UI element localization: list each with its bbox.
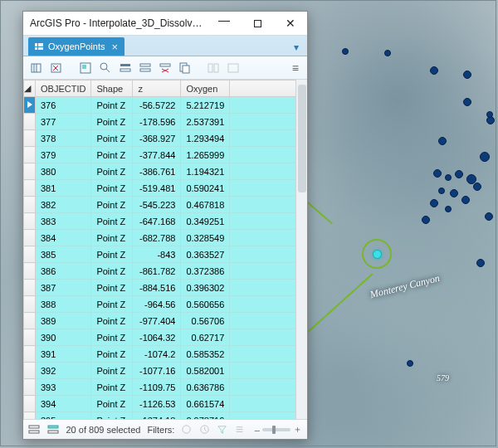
select-by-attributes-button[interactable] xyxy=(76,59,95,77)
cell-z[interactable]: -178.596 xyxy=(133,114,181,130)
col-oxygen[interactable]: Oxygen xyxy=(181,80,230,97)
field-delete-button[interactable] xyxy=(48,59,66,77)
field-add-button[interactable] xyxy=(28,59,46,77)
minimize-button[interactable]: — xyxy=(208,8,241,32)
corner-cell[interactable]: ◢ xyxy=(24,80,36,97)
filter-extent-icon[interactable] xyxy=(181,423,192,436)
cell-shape[interactable]: Point Z xyxy=(91,147,133,163)
row-header[interactable] xyxy=(24,396,36,412)
cell-shape[interactable]: Point Z xyxy=(91,280,133,296)
table-row[interactable]: 377Point Z-178.5962.537391 xyxy=(24,114,307,130)
map-point[interactable] xyxy=(463,71,471,79)
table-row[interactable]: 384Point Z-682.7880.328549 xyxy=(24,230,307,246)
cell-oxygen[interactable]: 0.590241 xyxy=(181,180,230,197)
map-point[interactable] xyxy=(422,216,430,224)
cell-oxygen[interactable]: 0.328549 xyxy=(181,230,230,246)
row-header[interactable] xyxy=(24,197,36,213)
table-row[interactable]: 389Point Z-977.4040.56706 xyxy=(24,313,307,329)
cell-shape[interactable]: Point Z xyxy=(91,213,133,230)
cell-objectid[interactable]: 377 xyxy=(36,114,91,130)
map-point[interactable] xyxy=(445,174,452,181)
clear-selection-button[interactable] xyxy=(136,59,154,77)
cell-z[interactable]: -647.168 xyxy=(133,213,181,230)
col-z[interactable]: z xyxy=(133,80,181,97)
map-point[interactable] xyxy=(342,48,349,55)
cell-z[interactable]: -977.404 xyxy=(133,313,181,329)
toolbar-menu-button[interactable]: ≡ xyxy=(289,61,302,75)
cell-z[interactable]: -1077.16 xyxy=(133,363,181,379)
table-row[interactable]: 386Point Z-861.7820.372386 xyxy=(24,263,307,280)
row-header[interactable] xyxy=(24,346,36,363)
table-row[interactable]: 387Point Z-884.5160.396302 xyxy=(24,280,307,296)
cell-z[interactable]: -519.481 xyxy=(133,180,181,197)
map-point[interactable] xyxy=(476,259,485,267)
map-point[interactable] xyxy=(438,187,445,194)
map-point[interactable] xyxy=(450,189,458,197)
cell-shape[interactable]: Point Z xyxy=(91,363,133,379)
cell-objectid[interactable]: 388 xyxy=(36,296,91,313)
cell-z[interactable]: -1126.53 xyxy=(133,396,181,412)
cell-objectid[interactable]: 385 xyxy=(36,246,91,263)
cell-objectid[interactable]: 389 xyxy=(36,313,91,329)
cell-objectid[interactable]: 392 xyxy=(36,363,91,379)
table-row[interactable]: 390Point Z-1064.320.62717 xyxy=(24,329,307,346)
cell-objectid[interactable]: 384 xyxy=(36,230,91,246)
cell-shape[interactable]: Point Z xyxy=(91,97,133,114)
show-all-records-button[interactable] xyxy=(28,422,41,437)
cell-z[interactable]: -386.761 xyxy=(133,163,181,180)
table-row[interactable]: 376Point Z-56.57225.212719 xyxy=(24,97,307,114)
table-row[interactable]: 383Point Z-647.1680.349251 xyxy=(24,213,307,230)
cell-shape[interactable]: Point Z xyxy=(91,263,133,280)
row-header[interactable] xyxy=(24,97,36,114)
cell-z[interactable]: -1374.18 xyxy=(133,412,181,420)
cell-oxygen[interactable]: 0.582001 xyxy=(181,363,230,379)
cell-oxygen[interactable]: 0.661574 xyxy=(181,396,230,412)
row-header[interactable] xyxy=(24,313,36,329)
cell-oxygen[interactable]: 1.265999 xyxy=(181,147,230,163)
cell-oxygen[interactable]: 0.363527 xyxy=(181,246,230,263)
maximize-button[interactable] xyxy=(241,12,274,35)
cell-objectid[interactable]: 393 xyxy=(36,379,91,396)
cell-z[interactable]: -1074.2 xyxy=(133,346,181,363)
table-row[interactable]: 392Point Z-1077.160.582001 xyxy=(24,363,307,379)
map-point[interactable] xyxy=(463,98,471,106)
zoom-slider[interactable] xyxy=(262,428,290,431)
cell-oxygen[interactable]: 5.212719 xyxy=(181,97,230,114)
map-point[interactable] xyxy=(485,212,493,221)
cell-objectid[interactable]: 379 xyxy=(36,147,91,163)
zoom-to-selection-button[interactable] xyxy=(96,59,115,77)
cell-oxygen[interactable]: 2.537391 xyxy=(181,114,230,130)
cell-oxygen[interactable]: 0.636786 xyxy=(181,379,230,396)
col-objectid[interactable]: OBJECTID xyxy=(36,80,91,97)
table-row[interactable]: 381Point Z-519.4810.590241 xyxy=(24,180,307,197)
map-point[interactable] xyxy=(455,170,463,178)
cell-shape[interactable]: Point Z xyxy=(91,313,133,329)
show-selected-records-button[interactable] xyxy=(47,422,60,437)
cell-objectid[interactable]: 390 xyxy=(36,329,91,346)
map-point[interactable] xyxy=(407,360,413,367)
cell-objectid[interactable]: 395 xyxy=(36,412,91,420)
cell-oxygen[interactable]: 0.585352 xyxy=(181,346,230,363)
filter-time-icon[interactable] xyxy=(199,423,210,436)
cell-oxygen[interactable]: 1.293494 xyxy=(181,130,230,147)
close-button[interactable]: ✕ xyxy=(274,12,307,35)
table-row[interactable]: 385Point Z-8430.363527 xyxy=(24,246,307,263)
filter-funnel-icon[interactable] xyxy=(217,423,227,436)
selected-point-marker[interactable] xyxy=(373,250,382,259)
vertical-scrollbar[interactable] xyxy=(295,80,307,419)
cell-objectid[interactable]: 376 xyxy=(36,97,91,114)
cell-z[interactable]: -1109.75 xyxy=(133,379,181,396)
table-row[interactable]: 379Point Z-377.8441.265999 xyxy=(24,147,307,163)
table-row[interactable]: 380Point Z-386.7611.194321 xyxy=(24,163,307,180)
cell-oxygen[interactable]: 1.194321 xyxy=(181,163,230,180)
row-header[interactable] xyxy=(24,363,36,379)
attribute-table[interactable]: ◢ OBJECTID Shape z Oxygen 376Point Z-56.… xyxy=(23,80,307,419)
table-row[interactable]: 395Point Z-1374.180.978716 xyxy=(24,412,307,420)
cell-oxygen[interactable]: 0.62717 xyxy=(181,329,230,346)
delete-selection-button[interactable] xyxy=(156,59,174,77)
copy-selection-button[interactable] xyxy=(176,59,194,77)
table-row[interactable]: 394Point Z-1126.530.661574 xyxy=(24,396,307,412)
table-row[interactable]: 382Point Z-545.2230.467818 xyxy=(24,197,307,213)
cell-z[interactable]: -884.516 xyxy=(133,280,181,296)
cell-shape[interactable]: Point Z xyxy=(91,114,133,130)
